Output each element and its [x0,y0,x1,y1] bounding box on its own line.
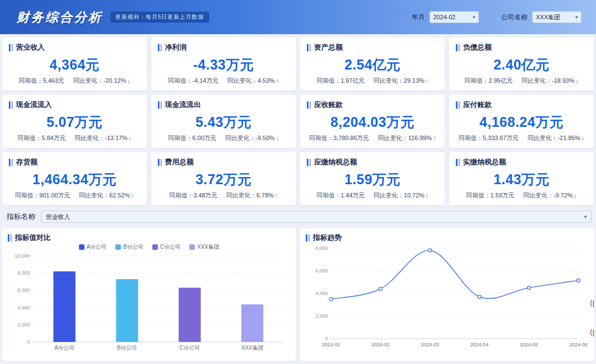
kpi-value: 4,364元 [9,56,140,74]
kpi-card: 净利润 -4.33万元 同期值：-4.14万元 同比变化：4.53%↑ [151,38,296,90]
bar-B分公司[interactable] [116,279,138,342]
data-point-2024-04[interactable] [478,295,481,298]
kpi-yoy-value: 116.99% [408,135,432,141]
line-chart-title-row: 指标趋势 [306,233,588,243]
kpi-yoy-label: 同比变化： [226,192,257,199]
kpi-yoy-label: 同比变化： [225,135,256,141]
month-filter-group: 年月 2024-02 ▾ [412,11,479,23]
data-point-2024-02[interactable] [379,287,382,291]
bar-A分公司[interactable] [54,271,76,342]
kpi-yoy: 同比变化：116.99%↑ [378,134,436,142]
kpi-prev-label: 同期值： [466,192,491,199]
kpi-yoy-label: 同比变化： [227,77,258,84]
svg-text:2024-06: 2024-06 [569,342,587,347]
panel-collapse-left-icon[interactable]: ⟨| [590,329,594,336]
kpi-title: 存货额 [16,157,38,167]
trend-arrow-icon: ↓ [582,135,585,141]
svg-text:4,000: 4,000 [315,291,328,296]
trend-line [331,250,578,299]
line-chart-panel: 指标趋势 02,0004,0006,0008,0002024-012024-02… [300,228,594,361]
indicator-label: 指标名称 [7,212,35,222]
kpi-yoy-label: 同比变化： [378,135,408,141]
kpi-prev: 同期值：1.59万元 [466,191,514,200]
company-select[interactable]: XXX集团 ▾ [532,11,582,23]
bar-C分公司[interactable] [179,288,201,342]
kpi-title: 应缴纳税总额 [314,157,357,167]
kpi-prev: 同期值：2.95亿元 [465,77,513,85]
svg-text:6,000: 6,000 [17,287,30,293]
kpi-title-row: 营业收入 [9,42,140,52]
kpi-yoy-label: 同比变化： [374,77,404,84]
kpi-title-row: 应收账款 [307,100,438,110]
line-chart-title: 指标趋势 [313,233,342,243]
kpi-yoy-value: 10.72% [404,192,424,199]
kpi-prev-label: 同期值： [19,77,43,84]
kpi-title: 费用总额 [165,157,194,167]
company-filter-label: 公司名称 [501,13,528,22]
kpi-prev-label: 同期值： [316,77,340,84]
app-header: 财务综合分析 更新规则：每月5日更新上月数据 年月 2024-02 ▾ 公司名称… [0,0,596,34]
svg-text:XXX集团: XXX集团 [241,345,263,351]
kpi-prev: 同期值：901.00万元 [15,191,70,200]
kpi-card: 应收账款 8,204.03万元 同期值：3,780.86万元 同比变化：116.… [300,95,445,148]
chevron-down-icon: ▾ [472,14,475,20]
kpi-title: 资产总额 [314,42,343,52]
kpi-value: -4.33万元 [158,56,289,74]
kpi-footer: 同期值：-4.14万元 同比变化：4.53%↑ [158,77,289,85]
bar-XXX集团[interactable] [241,304,263,342]
data-point-2024-06[interactable] [577,279,580,282]
bar-chart-svg[interactable]: 02,0004,0006,0008,00010,000A分公司B分公司C分公司X… [8,251,290,355]
kpi-title-row: 存货额 [9,157,140,167]
data-point-2024-01[interactable] [329,297,333,301]
kpi-yoy: 同比变化：-9.72%↓ [523,191,577,200]
svg-text:4,000: 4,000 [17,305,30,311]
kpi-value: 2.54亿元 [307,56,438,74]
kpi-prev: 同期值：5,463元 [19,77,65,85]
kpi-yoy: 同比变化：10.72%↑ [374,191,429,200]
kpi-footer: 同期值：1.59万元 同比变化：-9.72%↓ [456,191,587,200]
kpi-prev-value: 3.48万元 [193,192,217,199]
legend-item[interactable]: XXX集团 [189,243,219,251]
svg-text:10,000: 10,000 [14,253,30,259]
kpi-card: 应缴纳税总额 1.59万元 同期值：1.44万元 同比变化：10.72%↑ [300,152,445,205]
kpi-prev: 同期值：-4.14万元 [168,77,219,85]
kpi-yoy-label: 同比变化： [523,192,554,199]
svg-text:2024-01: 2024-01 [322,342,340,347]
kpi-prev-value: 5,463元 [43,77,65,84]
kpi-yoy-value: 29.13% [404,77,424,84]
kpi-title-row: 负债总额 [456,42,587,52]
legend-item[interactable]: C分公司 [152,243,180,251]
kpi-prev-label: 同期值： [18,135,42,141]
legend-swatch-icon [189,244,195,250]
title-accent-bars-icon [307,101,311,109]
bar-chart-panel: 指标值对比 A分公司B分公司C分公司XXX集团 02,0004,0006,000… [2,228,296,361]
month-select[interactable]: 2024-02 ▾ [429,11,479,23]
line-chart-svg[interactable]: 02,0004,0006,0008,0002024-012024-022024-… [306,243,588,353]
indicator-select[interactable]: 营业收入 ▾ [41,211,592,223]
kpi-title: 营业收入 [16,42,45,52]
svg-text:B分公司: B分公司 [117,345,137,351]
trend-arrow-icon: ↑ [276,77,279,84]
title-accent-bars-icon [456,44,460,51]
kpi-card: 费用总额 3.72万元 同期值：3.48万元 同比变化：6.78%↑ [151,152,296,205]
data-point-2024-05[interactable] [527,286,530,290]
kpi-title-row: 应付账款 [456,100,587,110]
legend-item[interactable]: A分公司 [79,243,107,251]
kpi-yoy-value: 62.52% [109,192,130,199]
svg-text:2,000: 2,000 [315,313,328,319]
svg-text:C分公司: C分公司 [179,345,200,351]
kpi-prev: 同期值：1.97亿元 [316,77,364,85]
title-accent-bars-icon [9,44,13,51]
title-accent-bars-icon [307,44,311,51]
kpi-card: 营业收入 4,364元 同期值：5,463元 同比变化：-20.12%↓ [2,38,147,90]
kpi-yoy-label: 同比变化： [79,192,109,199]
legend-item[interactable]: B分公司 [115,243,143,251]
trend-arrow-icon: ↓ [129,135,132,141]
kpi-footer: 同期值：5.84万元 同比变化：-13.17%↓ [9,134,140,142]
kpi-prev: 同期值：5.84万元 [18,134,66,142]
kpi-prev: 同期值：3,780.86万元 [309,134,369,142]
panel-collapse-left-icon[interactable]: ⟨| [590,299,594,307]
kpi-prev-value: 6.00万元 [193,135,216,141]
company-select-value: XXX集团 [536,13,560,22]
data-point-2024-03[interactable] [428,249,432,252]
